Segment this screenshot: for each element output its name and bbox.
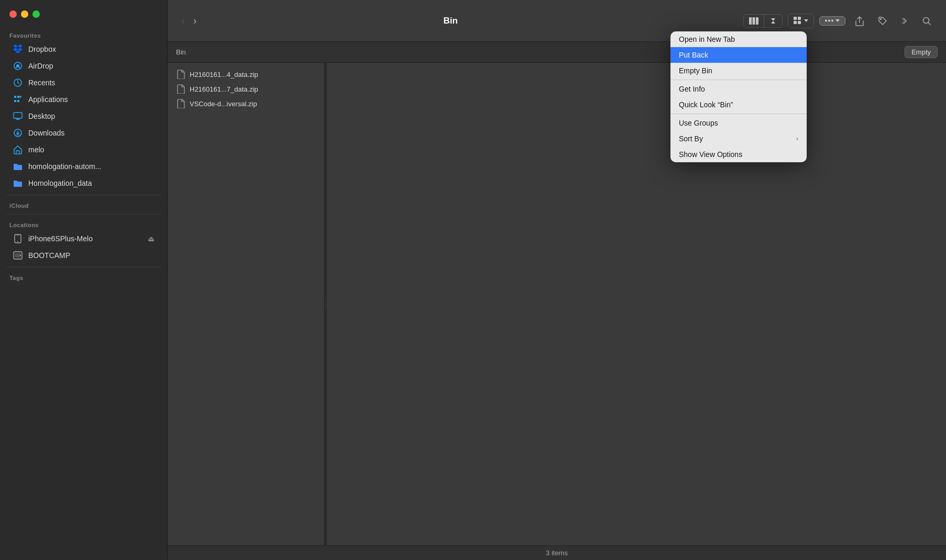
icloud-section-label: iCloud: [0, 198, 167, 211]
window-title: Bin: [165, 16, 736, 26]
menu-item-use-groups-label: Use Groups: [679, 119, 718, 127]
share-button[interactable]: [851, 13, 868, 29]
svg-rect-15: [798, 17, 801, 20]
column-view-button[interactable]: [744, 15, 764, 27]
sidebar-item-melo[interactable]: melo: [3, 141, 164, 158]
menu-item-get-info-label: Get Info: [679, 85, 705, 93]
tag-button[interactable]: [874, 14, 892, 28]
list-item[interactable]: H2160161...7_data.zip: [170, 82, 322, 96]
list-item[interactable]: VSCode-d...iversal.zip: [170, 96, 322, 111]
iphone-icon: [13, 233, 23, 244]
menu-divider-2: [670, 114, 807, 114]
file-preview-pane: [327, 63, 946, 545]
drive-icon: [13, 250, 23, 261]
svg-rect-13: [756, 17, 758, 25]
svg-point-22: [923, 17, 929, 23]
sidebar-item-dropbox-label: Dropbox: [28, 45, 56, 53]
folder-icon-2: [13, 178, 23, 188]
locations-section-label: Locations: [0, 218, 167, 230]
search-button[interactable]: [918, 14, 936, 28]
sidebar-item-recents[interactable]: Recents: [3, 74, 164, 91]
zip-file-icon-2: [177, 84, 185, 94]
menu-item-show-view-options[interactable]: Show View Options: [670, 147, 807, 162]
list-item[interactable]: H2160161...4_data.zip: [170, 67, 322, 82]
minimize-button[interactable]: [21, 10, 28, 18]
menu-item-get-info[interactable]: Get Info: [670, 81, 807, 97]
sidebar-item-homologation-autom[interactable]: homologation-autom...: [3, 158, 164, 175]
sidebar-divider-2: [6, 214, 161, 215]
menu-item-open-new-tab[interactable]: Open in New Tab: [670, 31, 807, 47]
svg-rect-12: [753, 17, 755, 25]
svg-point-6: [17, 241, 18, 242]
status-bar: 3 items: [168, 545, 946, 560]
folder-icon-1: [13, 161, 23, 172]
sidebar-divider-1: [6, 195, 161, 195]
toolbar-controls: [743, 13, 936, 29]
svg-point-20: [831, 20, 833, 22]
sort-button[interactable]: [764, 15, 782, 27]
menu-divider-1: [670, 80, 807, 80]
main-content: ‹ › Bin: [168, 0, 946, 560]
svg-rect-11: [749, 17, 752, 25]
zip-file-icon: [177, 70, 185, 79]
sidebar-item-homologation-data-label: Homologation_data: [28, 179, 92, 187]
sidebar-item-bootcamp-label: BOOTCAMP: [28, 251, 70, 260]
dropbox-icon: [13, 44, 23, 54]
sidebar-item-iphone-label: iPhone6SPlus-Melo: [28, 234, 93, 243]
svg-point-21: [881, 18, 882, 19]
tags-section-label: Tags: [0, 271, 167, 283]
menu-item-sort-by[interactable]: Sort By ›: [670, 131, 807, 147]
context-menu: Open in New Tab Put Back Empty Bin Get I…: [670, 31, 807, 162]
file-name-1: H2160161...4_data.zip: [190, 71, 258, 79]
svg-rect-14: [794, 17, 797, 20]
sidebar-item-recents-label: Recents: [28, 79, 55, 87]
menu-item-empty-bin[interactable]: Empty Bin: [670, 63, 807, 79]
menu-item-quick-look-label: Quick Look “Bin”: [679, 100, 733, 109]
menu-item-show-view-options-label: Show View Options: [679, 150, 742, 159]
airdrop-icon: [13, 61, 23, 71]
view-switcher: [743, 14, 783, 28]
file-name-3: VSCode-d...iversal.zip: [190, 100, 257, 108]
sidebar-item-applications[interactable]: Applications: [3, 91, 164, 108]
recents-icon: [13, 77, 23, 88]
svg-rect-7: [17, 236, 19, 236]
sidebar-item-desktop-label: Desktop: [28, 112, 55, 120]
empty-button[interactable]: Empty: [905, 46, 938, 58]
grid-view-button[interactable]: [788, 14, 814, 28]
menu-item-use-groups[interactable]: Use Groups: [670, 115, 807, 131]
sort-by-arrow-icon: ›: [796, 135, 798, 142]
sidebar-item-downloads-label: Downloads: [28, 129, 64, 137]
maximize-button[interactable]: [32, 10, 40, 18]
svg-point-10: [20, 255, 21, 256]
sidebar-item-homologation-data[interactable]: Homologation_data: [3, 175, 164, 192]
menu-item-sort-by-label: Sort By: [679, 135, 703, 143]
close-button[interactable]: [9, 10, 17, 18]
sidebar-item-downloads[interactable]: Downloads: [3, 125, 164, 141]
applications-icon: [13, 94, 23, 105]
zip-file-icon-3: [177, 99, 185, 108]
more-toolbar-button[interactable]: [897, 15, 912, 27]
svg-rect-16: [794, 21, 797, 24]
menu-item-quick-look[interactable]: Quick Look “Bin”: [670, 97, 807, 113]
menu-item-put-back[interactable]: Put Back: [670, 47, 807, 63]
more-options-button[interactable]: [819, 16, 845, 26]
sidebar-item-bootcamp[interactable]: BOOTCAMP: [3, 247, 164, 264]
svg-rect-17: [798, 21, 801, 24]
eject-iphone-button[interactable]: ⏏: [148, 234, 155, 243]
sidebar-item-homologation-autom-label: homologation-autom...: [28, 162, 101, 171]
sidebar-item-dropbox[interactable]: Dropbox: [3, 41, 164, 58]
file-name-2: H2160161...7_data.zip: [190, 85, 258, 93]
sidebar-item-airdrop[interactable]: AirDrop: [3, 58, 164, 74]
sidebar-item-iphone[interactable]: iPhone6SPlus-Melo ⏏: [3, 230, 164, 247]
sidebar-item-applications-label: Applications: [28, 95, 68, 104]
svg-rect-3: [14, 113, 22, 118]
favourites-section-label: Favourites: [0, 28, 167, 41]
sidebar-item-desktop[interactable]: Desktop: [3, 108, 164, 125]
menu-item-put-back-label: Put Back: [679, 51, 708, 59]
menu-item-empty-bin-label: Empty Bin: [679, 66, 712, 75]
breadcrumb: Bin: [176, 48, 186, 56]
svg-point-19: [828, 20, 830, 22]
traffic-lights: [0, 10, 167, 28]
breadcrumb-bar: Bin Empty: [168, 42, 946, 63]
sidebar-divider-3: [6, 267, 161, 267]
